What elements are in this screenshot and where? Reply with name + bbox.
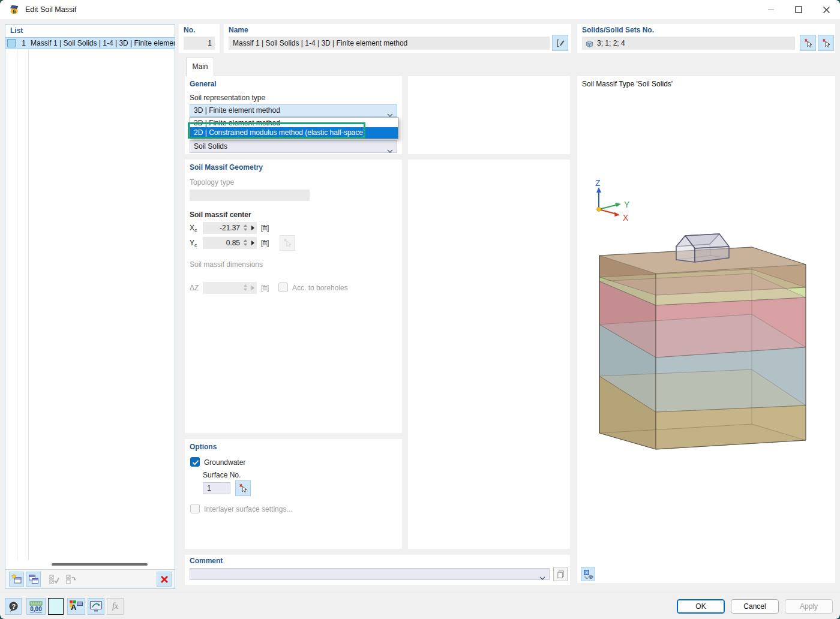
- list-item-number: 1: [17, 38, 26, 49]
- soil-block: [599, 247, 806, 449]
- empty-panel-bottom: [408, 160, 570, 549]
- dimensions-label: Soil massif dimensions: [190, 260, 263, 269]
- comment-combobox[interactable]: [190, 568, 550, 580]
- xc-spinner[interactable]: [244, 224, 247, 231]
- dropdown-option-2d[interactable]: 2D | Constrained modulus method (elastic…: [190, 127, 398, 139]
- units-settings-button[interactable]: 0,00: [26, 598, 46, 615]
- copy-massif-button[interactable]: [26, 572, 41, 587]
- formula-button[interactable]: fx: [107, 598, 124, 615]
- deselect-solids-button[interactable]: [818, 35, 834, 51]
- surface-no-field[interactable]: 1: [203, 482, 230, 494]
- dz-spinner[interactable]: [244, 284, 247, 291]
- no-field[interactable]: 1: [184, 37, 215, 50]
- name-field[interactable]: Massif 1 | Soil Solids | 1-4 | 3D | Fini…: [229, 37, 550, 50]
- minimize-button[interactable]: [757, 0, 785, 19]
- preview-view-toggle-button[interactable]: [581, 567, 595, 581]
- list-toolbar: [5, 569, 175, 588]
- select-all-button[interactable]: [46, 572, 61, 587]
- options-section: Options Groundwater Surface No. 1 Interl…: [185, 439, 402, 549]
- title-bar: 6 Edit Soil Massif: [0, 0, 840, 19]
- list-horizontal-scrollbar[interactable]: [52, 563, 148, 566]
- svg-text:6: 6: [13, 8, 16, 14]
- cancel-button[interactable]: Cancel: [731, 599, 779, 614]
- list-column-divider: [28, 49, 29, 560]
- xc-param-arrow-icon[interactable]: [251, 226, 254, 230]
- help-icon: ?: [8, 601, 19, 612]
- monitor-icon: [89, 600, 103, 612]
- geometry-section: Soil Massif Geometry Topology type Soil …: [185, 160, 402, 433]
- options-header: Options: [190, 443, 217, 451]
- apply-to-view-button[interactable]: [88, 598, 104, 615]
- geometry-header: Soil Massif Geometry: [190, 163, 263, 172]
- invert-selection-button[interactable]: [63, 572, 78, 587]
- edit-pencil-icon: [556, 38, 565, 48]
- display-properties-button[interactable]: A: [67, 598, 85, 615]
- center-label: Soil massif center: [190, 211, 251, 219]
- apply-button[interactable]: Apply: [785, 599, 833, 614]
- dz-unit: [ft]: [261, 284, 269, 292]
- copy-windows-icon: [28, 573, 40, 585]
- empty-panel-top: [408, 76, 570, 154]
- representation-value: 3D | Finite element method: [194, 106, 280, 115]
- solids-label: Solids/Solid Sets No.: [582, 26, 654, 34]
- delete-x-icon: [160, 575, 169, 584]
- close-button[interactable]: [812, 0, 840, 19]
- groundwater-label: Groundwater: [204, 458, 245, 467]
- delete-massif-button[interactable]: [157, 572, 172, 587]
- xc-label: Xc: [190, 224, 197, 233]
- coordinate-axes: Z Y X: [595, 178, 630, 223]
- acc-boreholes-checkbox[interactable]: [278, 283, 288, 292]
- topology-field[interactable]: [190, 190, 310, 201]
- general-header: General: [190, 80, 217, 88]
- groundwater-checkbox[interactable]: [190, 457, 200, 467]
- name-label: Name: [229, 26, 248, 34]
- acc-boreholes-label: Acc. to boreholes: [292, 284, 348, 292]
- pick-cursor-icon: [238, 483, 248, 493]
- maximize-button[interactable]: [785, 0, 812, 19]
- dz-value: [203, 282, 240, 294]
- yc-unit: [ft]: [261, 239, 269, 247]
- solids-field[interactable]: 3; 1; 2; 4: [582, 37, 795, 50]
- dz-field[interactable]: [203, 282, 257, 294]
- soil-type-combobox[interactable]: Soil Solids: [190, 140, 397, 153]
- yc-field[interactable]: 0.85: [203, 237, 257, 249]
- solids-value: 3; 1; 2; 4: [597, 37, 625, 50]
- representation-label: Soil representation type: [190, 94, 265, 102]
- new-window-icon: [11, 573, 23, 585]
- yc-spinner[interactable]: [244, 239, 247, 246]
- xc-value: -21.37: [203, 222, 240, 234]
- footer-divider: [0, 593, 840, 593]
- solids-card: Solids/Solid Sets No. 3; 1; 2; 4: [577, 24, 835, 53]
- interlayer-checkbox[interactable]: [190, 504, 200, 513]
- dz-param-arrow-icon[interactable]: [251, 286, 254, 290]
- svg-text:?: ?: [11, 602, 16, 609]
- yc-param-arrow-icon[interactable]: [251, 241, 254, 245]
- name-card: Name Massif 1 | Soil Solids | 1-4 | 3D |…: [224, 24, 571, 53]
- dz-label: ΔZ: [190, 284, 199, 292]
- select-solids-button[interactable]: [800, 35, 816, 51]
- representation-dropdown-popup: 3D | Finite element method 2D | Constrai…: [190, 117, 398, 139]
- ruler-icon: [29, 601, 43, 606]
- general-section: General Soil representation type 3D | Fi…: [185, 76, 402, 154]
- copy-comment-button[interactable]: [553, 567, 568, 581]
- axis-y-label: Y: [624, 200, 630, 209]
- preview-panel: Soil Massif Type 'Soil Solids' Z Y X: [577, 76, 835, 583]
- ok-button[interactable]: OK: [677, 599, 725, 614]
- pick-surface-button[interactable]: [235, 480, 251, 496]
- massif-color-swatch: [7, 39, 16, 47]
- xc-field[interactable]: -21.37: [203, 222, 257, 234]
- background-color-swatch-button[interactable]: [48, 598, 64, 615]
- axis-x-label: X: [623, 213, 629, 223]
- help-button[interactable]: ?: [5, 598, 22, 615]
- surface-no-label: Surface No.: [203, 471, 241, 479]
- new-massif-button[interactable]: [9, 572, 24, 587]
- rename-button[interactable]: [552, 35, 568, 51]
- representation-combobox[interactable]: 3D | Finite element method: [190, 104, 397, 117]
- pick-center-button[interactable]: [280, 235, 295, 251]
- tab-main[interactable]: Main: [186, 58, 214, 76]
- display-properties-icon: A: [70, 600, 83, 612]
- dropdown-option-3d[interactable]: 3D | Finite element method: [190, 118, 398, 127]
- topology-label: Topology type: [190, 178, 234, 187]
- list-item[interactable]: 1 Massif 1 | Soil Solids | 1-4 | 3D | Fi…: [5, 37, 175, 49]
- soil-massif-3d-preview[interactable]: Z Y X: [577, 76, 835, 583]
